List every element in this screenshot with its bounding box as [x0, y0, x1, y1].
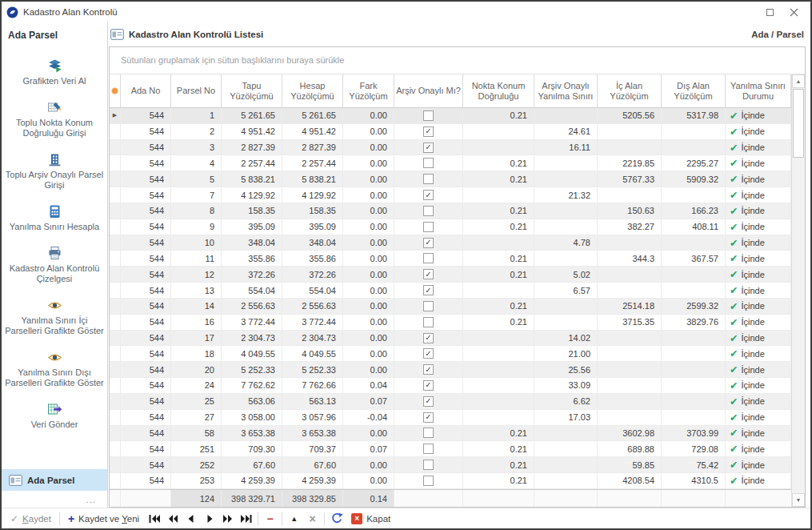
nav-prev-button[interactable] [182, 512, 200, 526]
table-row[interactable]: 544 252 67.60 67.60 0.00 0.21 59.85 [110, 457, 791, 473]
table-row[interactable]: ▶ 544 1 5 261.65 5 261.65 0.00 0.21 [110, 108, 791, 124]
arsiv-onayli-checkbox[interactable] [394, 426, 463, 441]
table-row[interactable]: 544 3 2 827.39 2 827.39 0.00 ✓ 16.11 [110, 140, 791, 156]
table-row[interactable]: 544 17 2 304.73 2 304.73 0.00 ✓ 14.02 [110, 331, 791, 347]
table-row[interactable]: 544 27 3 058.00 3 057.96 -0.04 ✓ 17.03 [110, 410, 791, 426]
sidebar-item-sinir-ici-goster[interactable]: Yanılma Sınırı İçi Parselleri Grafikte G… [2, 298, 107, 336]
arsiv-onayli-checkbox[interactable]: ✓ [394, 346, 463, 361]
table-row[interactable]: 544 4 2 257.44 2 257.44 0.00 0.21 2219.8… [110, 155, 791, 171]
scroll-up-button[interactable]: ▲ [792, 74, 805, 88]
table-row[interactable]: 544 25 563.06 563.13 0.07 ✓ 6.62 [110, 394, 791, 410]
arsiv-onayli-checkbox[interactable] [394, 315, 463, 330]
table-row[interactable]: 544 5 5 838.21 5 838.21 0.00 0.21 5767.3… [110, 171, 791, 187]
close-button[interactable]: × Kapat [346, 510, 396, 528]
table-row[interactable]: 544 8 158.35 158.35 0.00 0.21 150.63 [110, 203, 791, 219]
scrollbar-thumb[interactable] [793, 89, 804, 158]
sidebar-item-kadastro-cizelgesi[interactable]: Kadastro Alan Kontrolü Çizelgesi [2, 246, 107, 284]
sidebar-actions: Grafikten Veri Al Toplu Nokta Konum Doğr… [2, 41, 107, 469]
table-row[interactable]: 544 16 3 772.44 3 772.44 0.00 0.21 3715.… [110, 315, 791, 331]
vertical-scrollbar[interactable]: ▲ ▼ [791, 74, 805, 507]
edit-row-button[interactable]: ▲ [285, 512, 303, 526]
arsiv-onayli-checkbox[interactable]: ✓ [394, 410, 463, 425]
table-row[interactable]: 544 2 4 951.42 4 951.42 0.00 ✓ 24.61 [110, 124, 791, 140]
arsiv-onayli-checkbox[interactable]: ✓ [394, 235, 463, 251]
arsiv-onayli-checkbox[interactable]: ✓ [394, 378, 463, 393]
column-header-tapu[interactable]: Tapu Yüzölçümü [222, 74, 282, 107]
save-button[interactable]: ✓ Kaydet [5, 510, 57, 528]
table-row[interactable]: 544 58 3 653.38 3 653.38 0.00 0.21 3602.… [110, 426, 791, 442]
sidebar-item-grafikten-veri-al[interactable]: Grafikten Veri Al [2, 58, 107, 86]
arsiv-onayli-checkbox[interactable] [394, 457, 463, 472]
ada-no-cell: 544 [121, 473, 171, 488]
table-row[interactable]: 544 13 554.04 554.04 0.00 ✓ 6.57 [110, 283, 791, 299]
nav-first-button[interactable] [145, 512, 163, 526]
column-header-ada-no[interactable]: Ada No [121, 74, 171, 107]
durum-label: İçinde [741, 333, 764, 343]
sidebar-item-toplu-arsiv-onayli[interactable]: Toplu Arşiv Onaylı Parsel Girişi [2, 152, 107, 191]
table-row[interactable]: 544 11 355.86 355.86 0.00 0.21 344.3 [110, 251, 791, 267]
table-row[interactable]: 544 251 709.30 709.37 0.07 0.21 689.88 [110, 441, 791, 457]
column-header-arsiv-ys[interactable]: Arşiv Onaylı Yanılma Sınırı [534, 74, 598, 107]
scrollbar-track[interactable] [792, 88, 805, 493]
table-row[interactable]: 544 18 4 049.55 4 049.55 0.00 ✓ 21.00 [110, 346, 791, 362]
tapu-yuzolcumu-cell: 67.60 [222, 457, 282, 472]
nokta-konum-cell: 0.21 [463, 251, 534, 266]
nav-last-button[interactable] [237, 512, 255, 526]
arsiv-onayli-checkbox[interactable]: ✓ [394, 267, 463, 282]
table-row[interactable]: 544 14 2 556.63 2 556.63 0.00 0.21 2514.… [110, 299, 791, 315]
table-row[interactable]: 544 7 4 129.92 4 129.92 0.00 ✓ 21.32 [110, 187, 791, 203]
save-and-new-button[interactable]: + Kaydet ve Yeni [62, 510, 145, 528]
sidebar-item-ada-parsel-active[interactable]: Ada Parsel [2, 469, 107, 491]
sidebar-item-yanilma-siniri-hesapla[interactable]: Yanılma Sınırı Hesapla [2, 204, 107, 232]
parsel-no-cell: 4 [171, 155, 222, 171]
sidebar-item-sinir-disi-goster[interactable]: Yanılma Sınırı Dışı Parselleri Grafikte … [2, 350, 107, 388]
table-arrow-icon [47, 402, 62, 417]
table-row[interactable]: 544 253 4 259.39 4 259.39 0.00 0.21 4208… [110, 473, 791, 489]
arsiv-onayli-checkbox[interactable] [394, 203, 463, 219]
delete-row-button[interactable]: − [261, 512, 279, 526]
arsiv-onayli-checkbox[interactable]: ✓ [394, 283, 463, 298]
sidebar-item-veri-gonder[interactable]: Veri Gönder [2, 402, 107, 430]
tapu-yuzolcumu-cell: 395.09 [222, 219, 282, 235]
arsiv-onayli-checkbox[interactable]: ✓ [394, 140, 463, 155]
arsiv-onayli-checkbox[interactable]: ✓ [394, 187, 463, 203]
table-row[interactable]: 544 10 348.04 348.04 0.00 ✓ 4.78 [110, 235, 791, 251]
column-header-fark[interactable]: Fark Yüzölçüm [343, 74, 394, 107]
column-header-durum[interactable]: Yanılma Sınırı Durumu [726, 74, 791, 107]
nav-next-page-button[interactable] [218, 512, 237, 526]
nav-next-button[interactable] [200, 512, 218, 526]
column-header-arsiv-onayli[interactable]: Arşiv Onaylı Mı? [394, 74, 463, 107]
nav-prev-page-button[interactable] [163, 512, 182, 526]
arsiv-onayli-checkbox[interactable] [394, 155, 463, 171]
column-header-ic-alan[interactable]: İç Alan Yüzölçüm [598, 74, 662, 107]
sidebar-more-button[interactable]: ... [2, 491, 107, 508]
arsiv-onayli-checkbox[interactable] [394, 473, 463, 488]
arsiv-onayli-checkbox[interactable]: ✓ [394, 331, 463, 346]
arsiv-onayli-checkbox[interactable] [394, 441, 463, 456]
arsiv-onayli-checkbox[interactable] [394, 219, 463, 235]
arsiv-onayli-checkbox[interactable] [394, 299, 463, 314]
parsel-no-cell: 12 [171, 267, 222, 282]
table-row[interactable]: 544 9 395.09 395.09 0.00 0.21 382.27 [110, 219, 791, 235]
arsiv-onayli-checkbox[interactable] [394, 171, 463, 187]
column-header-parsel-no[interactable]: Parsel No [171, 74, 222, 107]
table-row[interactable]: 544 12 372.26 372.26 0.00 ✓ 0.21 5.02 [110, 267, 791, 283]
table-row[interactable]: 544 24 7 762.62 7 762.66 0.04 ✓ 33.09 [110, 378, 791, 394]
column-header-dis-alan[interactable]: Dış Alan Yüzölçüm [662, 74, 726, 107]
table-row[interactable]: 544 20 5 252.33 5 252.33 0.00 ✓ 25.56 [110, 362, 791, 378]
arsiv-onayli-checkbox[interactable]: ✓ [394, 394, 463, 409]
column-header-hesap[interactable]: Hesap Yüzölçümü [282, 74, 343, 107]
cancel-edit-button[interactable]: × [303, 512, 322, 526]
close-window-button[interactable] [782, 3, 806, 21]
scroll-down-button[interactable]: ▼ [792, 493, 805, 507]
maximize-button[interactable] [758, 3, 782, 21]
arsiv-onayli-checkbox[interactable] [394, 251, 463, 266]
arsiv-onayli-checkbox[interactable] [394, 108, 463, 123]
group-by-panel[interactable]: Sütunları gruplamak için sütun başlıklar… [110, 47, 805, 74]
sidebar-item-toplu-nokta-konum[interactable]: Toplu Nokta Konum Doğruluğu Girişi [2, 100, 107, 139]
arsiv-onayli-checkbox[interactable]: ✓ [394, 124, 463, 139]
nokta-konum-cell: 0.21 [463, 108, 534, 123]
column-header-nokta-konum[interactable]: Nokta Konum Doğruluğu [463, 74, 534, 107]
refresh-button[interactable] [327, 512, 346, 526]
arsiv-onayli-checkbox[interactable]: ✓ [394, 362, 463, 377]
